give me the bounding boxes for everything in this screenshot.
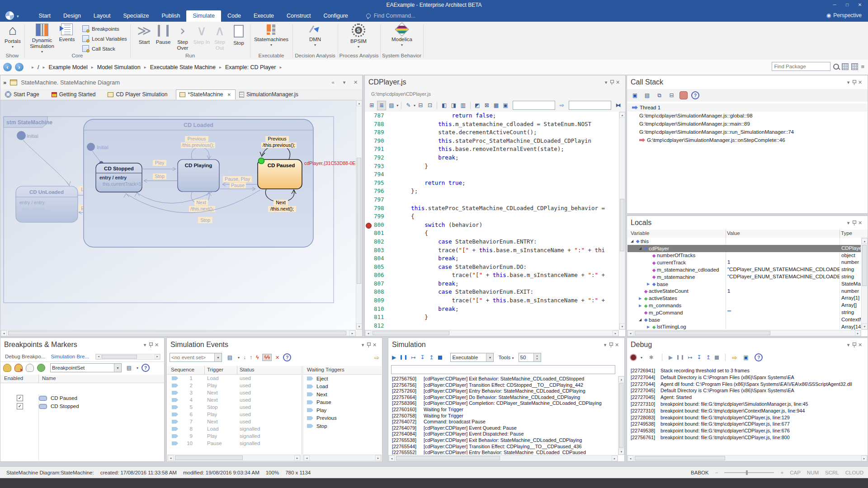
locals-hscrollbar[interactable]: ◂ ▸: [627, 330, 861, 336]
move-down-icon[interactable]: ↓: [243, 354, 246, 361]
panel-menu-icon[interactable]: ▾: [844, 220, 852, 226]
code-line[interactable]: 810 break;: [365, 305, 619, 314]
initial-node-inner[interactable]: [87, 143, 95, 151]
break-all-icon[interactable]: [3, 364, 11, 372]
pin-icon[interactable]: [852, 220, 856, 225]
code-line[interactable]: 799 {: [365, 212, 619, 221]
diagram-hscrollbar[interactable]: ◂ ▸: [0, 330, 356, 336]
state-cd-playing[interactable]: CD Playing: [178, 160, 219, 192]
threads-icon[interactable]: ▤: [643, 91, 651, 100]
run-step-over-button[interactable]: › Step Over: [173, 23, 192, 51]
sim-pause-icon[interactable]: [401, 355, 406, 360]
stack-frame-row[interactable]: G:\tmp\cdplayer\SimulationManager.js::on…: [627, 136, 867, 144]
locals-row[interactable]: activeStateCount 1 number: [627, 288, 861, 295]
sim-vscrollbar[interactable]: ▴ ▾: [618, 376, 624, 455]
portals-button[interactable]: ⌂ Portals▾: [3, 23, 23, 49]
tab-simulation-breakpoints[interactable]: Simulation Bre...: [48, 354, 92, 359]
tools-menu[interactable]: Tools ▾: [498, 355, 514, 360]
code-line[interactable]: 787 return false;: [365, 112, 619, 120]
event-row[interactable]: 1 Load used: [167, 375, 301, 382]
collapse-icon[interactable]: «: [329, 80, 337, 85]
sim-start-icon[interactable]: ▶: [392, 354, 396, 361]
event-row[interactable]: 2 Play used: [167, 382, 301, 389]
breakpoints-button[interactable]: Breakpoints: [82, 25, 119, 32]
events-hscrollbar[interactable]: ◂ ▸: [167, 455, 301, 461]
breakpoint-row[interactable]: ✓ CD Paused: [1, 394, 164, 402]
code-line[interactable]: 798 this.stateProc_StateMachine_CDLoaded…: [365, 204, 619, 213]
panel-close-icon[interactable]: ✕: [614, 80, 622, 85]
locals-row[interactable]: m_pCommand "" string: [627, 309, 861, 316]
perspective-button[interactable]: ◉ Perspective: [826, 12, 862, 19]
panel-close-icon[interactable]: ✕: [856, 342, 864, 348]
menu-icon[interactable]: ≡: [861, 63, 864, 70]
enable-marker-icon[interactable]: [37, 364, 45, 372]
dynamic-simulation-button[interactable]: Dynamic Simulation▾: [28, 23, 56, 54]
code-line[interactable]: 797: [365, 196, 619, 204]
initial-node[interactable]: [17, 131, 26, 140]
event-set-combo[interactable]: <no event set>▾: [170, 353, 222, 362]
panel-menu-icon[interactable]: ▾: [359, 342, 367, 348]
ribbon-tab[interactable]: Code: [221, 10, 247, 22]
code-line[interactable]: 801 {: [365, 229, 619, 238]
breakpoint-row[interactable]: ✓ CD Stopped: [1, 402, 164, 410]
waiting-hscrollbar[interactable]: ◂ ▸: [303, 455, 382, 461]
code-line[interactable]: 804 break;: [365, 254, 619, 263]
waiting-trigger-row[interactable]: Next: [307, 390, 382, 399]
ribbon-tab[interactable]: Design: [57, 10, 87, 22]
debug-step-out-icon[interactable]: ↥: [706, 354, 710, 361]
jump-line-icon[interactable]: ⊠: [482, 101, 491, 110]
panel-menu-icon[interactable]: ▾: [844, 80, 852, 85]
waiting-trigger-row[interactable]: Pause: [307, 399, 382, 407]
simulation-log[interactable]: [22756750] [cdPlayer:CDPlayer] Exit Beha…: [389, 376, 618, 455]
debug-step-in-icon[interactable]: ↧: [697, 354, 701, 361]
panel-menu-icon[interactable]: ▾: [844, 342, 852, 348]
editor-options-icon[interactable]: ▤: [387, 101, 396, 110]
locals-row[interactable]: cdPlayer CDPlayer: [627, 245, 861, 252]
ribbon-tab[interactable]: Simulate: [186, 10, 221, 22]
waiting-trigger-row[interactable]: Load: [307, 383, 382, 391]
panel-close-icon[interactable]: ✕: [613, 342, 621, 348]
run-start-button[interactable]: ≫ Start: [135, 23, 154, 45]
tree-expand-icon[interactable]: [646, 282, 651, 286]
diagram-vscrollbar[interactable]: ▴ ▾: [356, 100, 362, 330]
tab-close-icon[interactable]: ✕: [227, 92, 231, 97]
search-input[interactable]: [513, 101, 555, 110]
document-tab[interactable]: Getting Started: [48, 89, 104, 100]
panel-close-icon[interactable]: ✕: [856, 80, 864, 85]
breakpoint-enabled-checkbox[interactable]: ✓: [17, 403, 23, 409]
stop-recording-icon[interactable]: [679, 91, 688, 99]
state-cd-paused[interactable]: CD Paused: [258, 160, 302, 189]
code-line[interactable]: 795 return true;: [365, 179, 619, 188]
show-execution-icon[interactable]: ⇨: [732, 354, 737, 361]
tree-expand-icon[interactable]: [637, 296, 643, 300]
pin-icon[interactable]: [149, 342, 153, 347]
locals-vscrollbar[interactable]: ▴ ▾: [861, 238, 868, 330]
filter-input[interactable]: [569, 101, 611, 110]
list-options-icon[interactable]: ▤: [125, 364, 133, 372]
code-line[interactable]: 790 this.stateProc_StateMachine_CDLoaded…: [365, 137, 619, 145]
ribbon-tab[interactable]: Layout: [87, 10, 117, 22]
code-line[interactable]: 796 };: [365, 187, 619, 196]
code-line[interactable]: 800 switch (behavior): [365, 221, 619, 230]
event-row[interactable]: 10 Pause signalled: [167, 440, 301, 447]
panel-close-icon[interactable]: ✕: [352, 80, 359, 85]
save-icon[interactable]: ▣: [741, 353, 750, 362]
structure-icon[interactable]: ⊞: [368, 101, 376, 110]
help-icon[interactable]: ?: [283, 353, 291, 361]
debug-log[interactable]: [22726941] Stack recording threshold set…: [627, 366, 867, 455]
maximize-button[interactable]: □: [841, 0, 854, 10]
close-button[interactable]: ✕: [854, 0, 866, 10]
ribbon-tab[interactable]: Specialize: [117, 10, 155, 22]
help-icon[interactable]: ?: [142, 364, 150, 372]
zoom-in-icon[interactable]: +: [780, 470, 783, 475]
pin-icon[interactable]: [367, 342, 371, 347]
save-icon[interactable]: ▣: [631, 91, 639, 100]
breadcrumb-item[interactable]: ▸ Executable State Machine: [141, 64, 216, 70]
events-button[interactable]: Events: [58, 23, 76, 42]
modelica-button[interactable]: Modelica▾: [387, 23, 417, 47]
collapse-frames-icon[interactable]: ⊟: [667, 91, 676, 100]
tab-debug-breakpoints[interactable]: Debug Breakpo...: [2, 354, 48, 359]
code-line[interactable]: 807 break;: [365, 280, 619, 288]
code-hscrollbar[interactable]: ◂ ▸: [365, 330, 619, 336]
bpsim-button[interactable]: S BPSIM▾: [344, 23, 373, 49]
